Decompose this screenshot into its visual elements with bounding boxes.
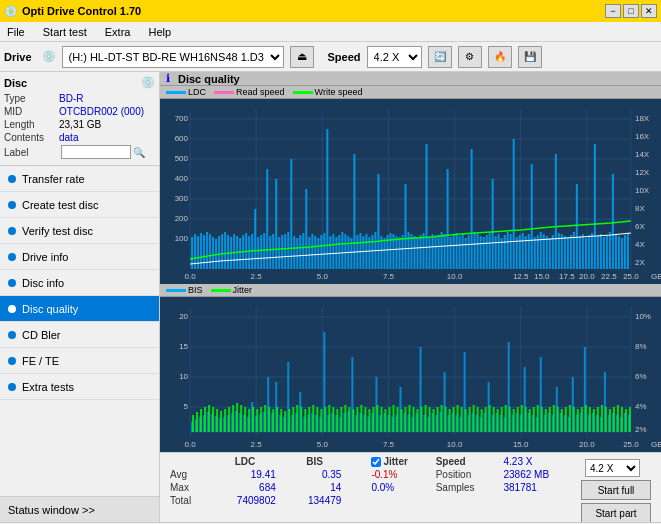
svg-rect-73	[275, 179, 277, 269]
svg-rect-427	[569, 405, 571, 432]
svg-rect-138	[471, 149, 473, 269]
jitter-checkbox[interactable]	[371, 457, 381, 467]
sidebar-item-disc-info[interactable]: Disc info	[0, 270, 159, 296]
svg-text:12X: 12X	[635, 168, 650, 177]
speed-select[interactable]: 4.2 X	[367, 46, 422, 68]
svg-rect-147	[498, 234, 500, 269]
refresh-button[interactable]: 🔄	[428, 46, 452, 68]
svg-rect-442	[629, 407, 631, 432]
svg-rect-179	[594, 144, 596, 269]
menu-start-test[interactable]: Start test	[40, 25, 90, 39]
svg-rect-436	[605, 407, 607, 432]
svg-rect-334	[196, 412, 198, 432]
svg-rect-178	[591, 233, 593, 269]
max-label: Max	[166, 481, 208, 494]
disc-panel: Disc 💿 Type BD-R MID OTCBDR002 (000) Len…	[0, 72, 159, 166]
svg-text:7.5: 7.5	[383, 440, 395, 449]
svg-rect-88	[320, 235, 322, 269]
svg-text:25.0: 25.0	[623, 272, 639, 281]
top-chart-svg: 700 600 500 400 300 200 100 18X 16X 14X …	[160, 99, 661, 284]
svg-rect-435	[601, 405, 603, 432]
svg-rect-349	[256, 409, 258, 432]
svg-text:8%: 8%	[635, 342, 647, 351]
svg-rect-393	[433, 409, 435, 432]
bis-color	[166, 289, 186, 292]
disc-title: Disc	[4, 77, 27, 89]
sidebar-item-fe-te[interactable]: FE / TE	[0, 348, 159, 374]
svg-rect-80	[296, 238, 298, 269]
svg-rect-335	[200, 409, 202, 432]
svg-rect-352	[268, 407, 270, 432]
sidebar-item-create-test-disc[interactable]: Create test disc	[0, 192, 159, 218]
minimize-button[interactable]: −	[605, 4, 621, 18]
svg-text:15.0: 15.0	[513, 440, 529, 449]
svg-rect-102	[362, 236, 364, 269]
chart-legend: LDC Read speed Write speed	[160, 86, 661, 99]
label-icon[interactable]: 🔍	[133, 147, 145, 158]
svg-rect-429	[577, 409, 579, 432]
svg-rect-168	[561, 234, 563, 269]
sidebar-item-drive-info[interactable]: Drive info	[0, 244, 159, 270]
menu-extra[interactable]: Extra	[102, 25, 134, 39]
content-area: ℹ Disc quality LDC Read speed Write spee…	[160, 72, 661, 522]
sidebar-item-verify-test-disc[interactable]: Verify test disc	[0, 218, 159, 244]
svg-rect-186	[615, 234, 617, 269]
svg-rect-357	[288, 409, 290, 432]
svg-rect-377	[368, 409, 370, 432]
svg-rect-157	[528, 234, 530, 269]
label-input[interactable]	[61, 145, 131, 159]
svg-rect-116	[404, 184, 406, 269]
svg-rect-154	[519, 235, 521, 269]
svg-rect-67	[257, 237, 259, 269]
svg-rect-365	[320, 409, 322, 432]
start-full-button[interactable]: Start full	[581, 480, 651, 500]
max-ldc: 684	[208, 481, 282, 494]
burn-button[interactable]: 🔥	[488, 46, 512, 68]
svg-rect-51	[209, 234, 211, 269]
menu-file[interactable]: File	[4, 25, 28, 39]
type-value: BD-R	[59, 93, 83, 104]
eject-button[interactable]: ⏏	[290, 46, 314, 68]
sidebar-item-transfer-rate[interactable]: Transfer rate	[0, 166, 159, 192]
svg-rect-68	[260, 235, 262, 269]
svg-text:500: 500	[175, 154, 189, 163]
length-label: Length	[4, 119, 59, 130]
svg-rect-403	[473, 405, 475, 432]
svg-rect-423	[553, 405, 555, 432]
svg-rect-164	[549, 238, 551, 269]
svg-rect-382	[388, 407, 390, 432]
svg-rect-114	[398, 237, 400, 269]
sidebar-item-extra-tests[interactable]: Extra tests	[0, 374, 159, 400]
maximize-button[interactable]: □	[623, 4, 639, 18]
sidebar-item-label: Disc info	[22, 277, 64, 289]
svg-rect-421	[545, 409, 547, 432]
svg-rect-439	[617, 405, 619, 432]
svg-rect-139	[474, 232, 476, 269]
settings-button[interactable]: ⚙	[458, 46, 482, 68]
svg-rect-49	[203, 235, 205, 269]
svg-rect-395	[441, 405, 443, 432]
save-button[interactable]: 💾	[518, 46, 542, 68]
menu-help[interactable]: Help	[145, 25, 174, 39]
close-button[interactable]: ✕	[641, 4, 657, 18]
speed-select-stats[interactable]: 4.2 X	[585, 459, 640, 477]
svg-rect-125	[432, 234, 434, 269]
svg-rect-158	[531, 164, 533, 269]
jitter-check-cell: Jitter	[367, 455, 431, 468]
speed-header: Speed	[432, 455, 500, 468]
svg-rect-374	[356, 407, 358, 432]
svg-rect-133	[456, 233, 458, 269]
svg-rect-54	[218, 236, 220, 269]
svg-rect-146	[495, 236, 497, 269]
svg-rect-166	[555, 154, 557, 269]
svg-rect-72	[272, 234, 274, 269]
status-window-button[interactable]: Status window >>	[0, 496, 159, 522]
read-speed-label: Read speed	[236, 87, 285, 97]
sidebar-item-cd-bler[interactable]: CD Bler	[0, 322, 159, 348]
svg-rect-143	[486, 235, 488, 269]
start-part-button[interactable]: Start part	[581, 503, 651, 522]
avg-ldc: 19.41	[208, 468, 282, 481]
drive-select[interactable]: (H:) HL-DT-ST BD-RE WH16NS48 1.D3	[62, 46, 284, 68]
sidebar-item-disc-quality[interactable]: Disc quality	[0, 296, 159, 322]
svg-rect-392	[429, 407, 431, 432]
